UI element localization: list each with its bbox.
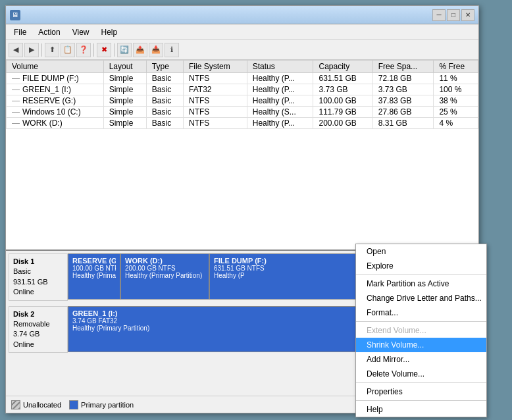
menu-file[interactable]: File	[9, 26, 32, 38]
table-cell-type: Basic	[146, 118, 183, 129]
table-cell-filesystem: NTFS	[184, 107, 247, 118]
table-cell-status: Healthy (P...	[247, 118, 313, 129]
toolbar-help[interactable]: ❓	[76, 43, 91, 57]
legend-unallocated-label: Unallocated	[23, 401, 61, 409]
ctx-separator-2	[356, 275, 486, 275]
maximize-button[interactable]: □	[447, 9, 460, 21]
table-cell-free: 3.73 GB	[372, 84, 434, 95]
table-row[interactable]: —FILE DUMP (F:)SimpleBasicNTFSHealthy (P…	[7, 73, 478, 84]
title-controls: ─ □ ✕	[432, 9, 474, 21]
toolbar-up[interactable]: ⬆	[45, 43, 59, 57]
table-cell-volume: —WORK (D:)	[7, 118, 104, 129]
col-capacity[interactable]: Capacity	[313, 61, 372, 73]
menu-action[interactable]: Action	[33, 26, 65, 38]
ctx-item-properties[interactable]: Properties	[356, 384, 486, 399]
table-row[interactable]: —Windows 10 (C:)SimpleBasicNTFSHealthy (…	[7, 107, 478, 118]
close-button[interactable]: ✕	[461, 9, 474, 21]
partition-0-0[interactable]: RESERVE (G:)100.00 GB NTFSHealthy (Prima…	[68, 254, 121, 299]
volume-table-container[interactable]: Volume Layout Type File System Status Ca…	[6, 60, 478, 251]
toolbar-export2[interactable]: 📥	[149, 43, 163, 57]
table-cell-capacity: 111.79 GB	[313, 107, 372, 118]
table-cell-free: 37.83 GB	[372, 95, 434, 107]
partition-0-1[interactable]: WORK (D:)200.00 GB NTFSHealthy (Primary …	[121, 254, 210, 299]
col-volume[interactable]: Volume	[7, 61, 104, 73]
ctx-separator-after-9	[356, 382, 486, 383]
toolbar: ◀ ▶ ⬆ 📋 ❓ ✖ 🔄 📤 📥 ℹ	[6, 40, 478, 60]
ctx-separator-after-5	[356, 321, 486, 322]
table-cell-status: Healthy (P...	[247, 95, 313, 107]
window-icon: 🖥	[10, 10, 20, 20]
col-layout[interactable]: Layout	[103, 61, 146, 73]
ctx-item-open[interactable]: Open	[356, 244, 486, 259]
table-cell-layout: Simple	[103, 84, 146, 95]
table-cell-capacity: 100.00 GB	[313, 95, 372, 107]
table-cell-pct: 11 %	[434, 73, 478, 84]
table-cell-status: Healthy (P...	[247, 84, 313, 95]
col-status[interactable]: Status	[247, 61, 313, 73]
toolbar-forward[interactable]: ▶	[24, 43, 39, 57]
ctx-item-help[interactable]: Help	[356, 402, 486, 417]
title-bar-left: 🖥	[10, 10, 24, 20]
ctx-item-mark-partition-as-active[interactable]: Mark Partition as Active	[356, 276, 486, 291]
disk-label-0: Disk 1Basic931.51 GBOnline	[9, 253, 68, 301]
table-cell-capacity: 200.00 GB	[313, 118, 372, 129]
menu-help[interactable]: Help	[96, 26, 123, 38]
menu-view[interactable]: View	[67, 26, 95, 38]
table-cell-pct: 38 %	[434, 95, 478, 107]
table-cell-capacity: 3.73 GB	[313, 84, 372, 95]
table-cell-filesystem: NTFS	[184, 95, 247, 107]
ctx-item-delete-volume---[interactable]: Delete Volume...	[356, 367, 486, 381]
table-cell-type: Basic	[146, 95, 183, 107]
toolbar-separator-2	[93, 43, 94, 57]
table-cell-free: 72.18 GB	[372, 73, 434, 84]
table-cell-pct: 100 %	[434, 84, 478, 95]
toolbar-export1[interactable]: 📤	[133, 43, 147, 57]
legend-primary-label: Primary partition	[81, 401, 134, 409]
table-cell-status: Healthy (S...	[247, 107, 313, 118]
toolbar-separator-3	[114, 43, 115, 57]
table-cell-capacity: 631.51 GB	[313, 73, 372, 84]
col-filesystem[interactable]: File System	[184, 61, 247, 73]
table-cell-filesystem: NTFS	[184, 73, 247, 84]
table-cell-free: 8.31 GB	[372, 118, 434, 129]
table-cell-layout: Simple	[103, 73, 146, 84]
legend-primary: Primary partition	[69, 400, 134, 409]
table-cell-filesystem: FAT32	[184, 84, 247, 95]
col-free[interactable]: Free Spa...	[372, 61, 434, 73]
ctx-item-add-mirror---[interactable]: Add Mirror...	[356, 352, 486, 367]
legend-primary-box	[69, 400, 78, 409]
table-cell-type: Basic	[146, 107, 183, 118]
ctx-item-explore[interactable]: Explore	[356, 259, 486, 273]
ctx-separator-11	[356, 400, 486, 401]
toolbar-refresh[interactable]: 🔄	[117, 43, 132, 57]
col-pct[interactable]: % Free	[434, 61, 478, 73]
table-cell-layout: Simple	[103, 118, 146, 129]
ctx-item-change-drive-letter-and-paths---[interactable]: Change Drive Letter and Paths...	[356, 291, 486, 305]
col-type[interactable]: Type	[146, 61, 183, 73]
ctx-item-format---[interactable]: Format...	[356, 305, 486, 320]
disk-label-1: Disk 2Removable3.74 GBOnline	[9, 306, 68, 354]
table-cell-volume: —FILE DUMP (F:)	[7, 73, 104, 84]
minimize-button[interactable]: ─	[432, 9, 446, 21]
volume-table-body: —FILE DUMP (F:)SimpleBasicNTFSHealthy (P…	[7, 73, 478, 129]
title-bar: 🖥 ─ □ ✕	[6, 6, 478, 24]
table-row[interactable]: —WORK (D:)SimpleBasicNTFSHealthy (P...20…	[7, 118, 478, 129]
table-row[interactable]: —GREEN_1 (I:)SimpleBasicFAT32Healthy (P.…	[7, 84, 478, 95]
table-cell-type: Basic	[146, 84, 183, 95]
toolbar-delete[interactable]: ✖	[97, 43, 111, 57]
table-cell-layout: Simple	[103, 107, 146, 118]
toolbar-back[interactable]: ◀	[9, 43, 23, 57]
legend-unallocated-box	[11, 400, 20, 409]
volume-table: Volume Layout Type File System Status Ca…	[6, 60, 478, 129]
table-cell-type: Basic	[146, 73, 183, 84]
toolbar-separator-1	[41, 43, 42, 57]
table-row[interactable]: —RESERVE (G:)SimpleBasicNTFSHealthy (P..…	[7, 95, 478, 107]
toolbar-properties[interactable]: 📋	[61, 43, 75, 57]
table-cell-filesystem: NTFS	[184, 118, 247, 129]
ctx-item-extend-volume---: Extend Volume...	[356, 323, 486, 338]
ctx-item-shrink-volume---[interactable]: Shrink Volume...	[356, 338, 486, 352]
toolbar-info[interactable]: ℹ	[165, 43, 179, 57]
table-cell-volume: —Windows 10 (C:)	[7, 107, 104, 118]
table-cell-pct: 25 %	[434, 107, 478, 118]
table-cell-volume: —GREEN_1 (I:)	[7, 84, 104, 95]
